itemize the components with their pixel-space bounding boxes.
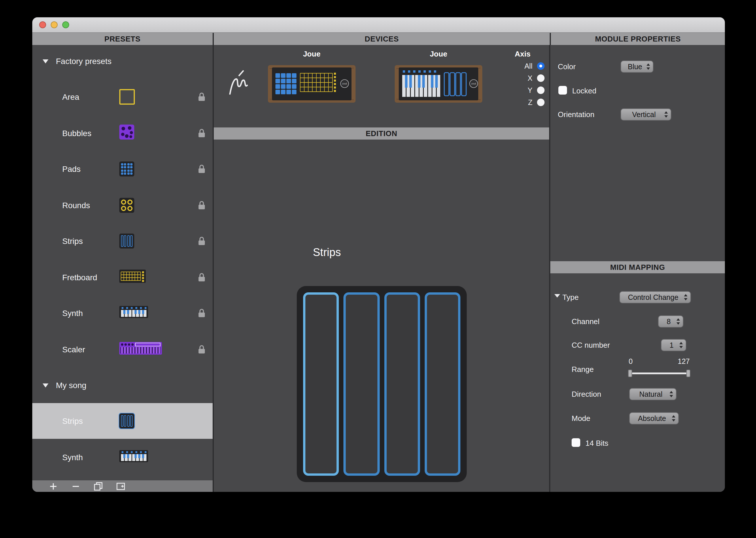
module-properties-panel-header: MODULE PROPERTIES: [551, 33, 725, 45]
lock-icon: [198, 345, 206, 354]
edition-header: EDITION: [214, 128, 549, 139]
titlebar[interactable]: [32, 17, 725, 33]
preset-row-area[interactable]: Area: [32, 79, 213, 115]
stepper-chevrons-icon: [679, 342, 683, 348]
axis-option-x[interactable]: X: [501, 72, 544, 84]
strip-3[interactable]: [384, 292, 420, 476]
preset-name: Synth: [62, 453, 83, 462]
radio-button-selected[interactable]: [537, 62, 544, 70]
preset-row-synth[interactable]: Synth: [32, 295, 213, 331]
stepper-chevrons-icon: [672, 415, 675, 421]
preset-name: Scaler: [62, 345, 85, 354]
midi-mapping-header: MIDI MAPPING: [550, 261, 725, 273]
minimize-window-button[interactable]: [51, 21, 58, 28]
preset-row-bubbles[interactable]: Bubbles: [32, 115, 213, 151]
zoom-window-button[interactable]: [62, 21, 69, 28]
range-max-handle[interactable]: [686, 370, 690, 377]
lock-icon: [198, 164, 206, 174]
disclosure-triangle-icon[interactable]: [43, 383, 48, 387]
radio-button[interactable]: [537, 86, 544, 94]
devices-area: Joue: [214, 45, 549, 128]
synth-module-icon: [119, 450, 148, 464]
svg-text:JOUÉ: JOUÉ: [342, 82, 348, 85]
stepper-chevrons-icon: [684, 295, 687, 300]
locked-label: Locked: [572, 86, 596, 95]
fretboard-module-icon: [119, 270, 146, 285]
close-window-button[interactable]: [39, 21, 46, 28]
lock-icon: [198, 129, 206, 138]
axis-option-all[interactable]: All: [501, 60, 544, 72]
pads-module-icon: [119, 161, 134, 177]
strip-2[interactable]: [344, 292, 380, 476]
cc-number-label: CC number: [572, 341, 610, 350]
remove-preset-button[interactable]: [70, 481, 81, 491]
type-disclosure-triangle-icon[interactable]: [554, 294, 560, 297]
lock-icon: [198, 308, 206, 318]
axis-option-z[interactable]: Z: [501, 96, 544, 108]
direction-label: Direction: [572, 390, 601, 399]
channel-dropdown[interactable]: 8: [658, 315, 684, 328]
strips-module-preview[interactable]: [297, 286, 467, 482]
lock-icon: [198, 201, 206, 210]
preset-row-rounds[interactable]: Rounds: [32, 188, 213, 223]
traffic-lights: [39, 21, 69, 28]
preset-name: Strips: [62, 416, 83, 426]
strips-module-icon: [119, 413, 134, 428]
direction-dropdown[interactable]: Natural: [629, 388, 677, 400]
range-max-value: 127: [675, 357, 690, 366]
preset-name: Rounds: [62, 201, 90, 210]
mode-label: Mode: [572, 414, 591, 423]
color-dropdown[interactable]: Blue: [621, 61, 653, 73]
module-title: Strips: [313, 246, 341, 259]
app-window: PRESETS DEVICES MODULE PROPERTIES Factor…: [32, 17, 725, 492]
14-bits-label: 14 Bits: [586, 439, 608, 448]
14-bits-checkbox[interactable]: [572, 438, 580, 447]
preset-row-fretboard[interactable]: Fretboard: [32, 259, 213, 295]
preset-row-synth-user[interactable]: Synth: [32, 439, 213, 475]
preset-name: Strips: [62, 237, 83, 246]
range-label: Range: [572, 365, 594, 374]
presets-toolbar: [32, 480, 213, 492]
preset-row-scaler[interactable]: Scaler: [32, 332, 213, 367]
export-preset-button[interactable]: [115, 481, 126, 491]
disclosure-triangle-icon[interactable]: [43, 59, 48, 63]
type-dropdown[interactable]: Control Change: [619, 291, 691, 303]
duplicate-preset-button[interactable]: [93, 481, 103, 491]
stepper-chevrons-icon: [677, 319, 680, 325]
my-song-section-header[interactable]: My song: [32, 379, 213, 391]
device-joue-1[interactable]: JOUÉ: [268, 65, 355, 103]
range-min-value: 0: [629, 357, 633, 366]
strip-4[interactable]: [425, 292, 461, 476]
device-label: Joue: [395, 50, 482, 58]
stepper-chevrons-icon: [664, 112, 668, 118]
section-label: My song: [56, 381, 86, 390]
area-module-icon: [119, 89, 135, 105]
presets-panel-header: PRESETS: [32, 33, 214, 45]
cc-number-dropdown[interactable]: 1: [661, 339, 686, 351]
axis-option-y[interactable]: Y: [501, 84, 544, 96]
radio-button[interactable]: [537, 75, 544, 82]
orientation-label: Orientation: [558, 110, 594, 119]
preset-row-pads[interactable]: Pads: [32, 151, 213, 187]
device-joue-2[interactable]: JOUÉ: [395, 65, 482, 103]
preset-row-strips[interactable]: Strips: [32, 223, 213, 259]
range-min-handle[interactable]: [628, 370, 632, 377]
lock-icon: [198, 273, 206, 282]
type-label: Type: [562, 293, 579, 301]
mode-dropdown[interactable]: Absolute: [629, 412, 679, 424]
center-panel: Joue: [214, 45, 550, 492]
axis-selector: Axis All X Y: [501, 50, 544, 108]
radio-button[interactable]: [537, 99, 544, 106]
devices-panel-header: DEVICES: [214, 33, 551, 45]
preset-row-strips-selected[interactable]: Strips: [32, 403, 213, 439]
preset-name: Pads: [62, 164, 81, 174]
desktop: PRESETS DEVICES MODULE PROPERTIES Factor…: [0, 0, 756, 538]
add-preset-button[interactable]: [48, 481, 58, 491]
orientation-dropdown[interactable]: Vertical: [621, 108, 671, 121]
factory-presets-section-header[interactable]: Factory presets: [32, 55, 213, 67]
strip-1[interactable]: [303, 292, 339, 476]
color-label: Color: [558, 62, 576, 71]
range-slider[interactable]: [629, 372, 689, 374]
locked-checkbox[interactable]: [558, 86, 567, 94]
lock-icon: [198, 237, 206, 246]
